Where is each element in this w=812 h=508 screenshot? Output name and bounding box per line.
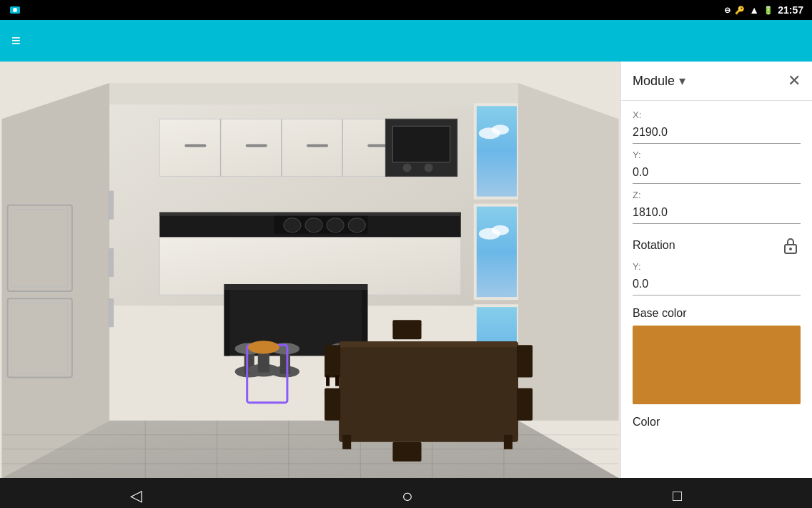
panel-body: X: Y: Z: Rotation xyxy=(621,101,812,478)
svg-rect-15 xyxy=(475,104,518,197)
svg-marker-14 xyxy=(109,83,518,104)
svg-point-86 xyxy=(789,248,792,250)
y-field-group: Y: xyxy=(633,150,801,184)
svg-rect-77 xyxy=(392,456,421,461)
recent-apps-button[interactable]: □ xyxy=(673,487,682,505)
rotation-section: Rotation Y: xyxy=(633,235,801,295)
kitchen-scene xyxy=(0,62,620,478)
svg-rect-73 xyxy=(517,389,533,397)
svg-rect-44 xyxy=(224,284,368,290)
svg-rect-82 xyxy=(108,191,114,220)
svg-rect-62 xyxy=(342,435,351,449)
bottom-nav: ◁ ○ □ xyxy=(0,478,812,508)
svg-rect-74 xyxy=(392,323,421,339)
svg-rect-71 xyxy=(517,345,533,353)
svg-rect-69 xyxy=(325,389,340,397)
color-label: Color xyxy=(633,416,801,429)
svg-point-19 xyxy=(492,124,509,135)
base-color-label: Base color xyxy=(633,307,801,320)
color-section: Color xyxy=(633,416,801,429)
svg-rect-65 xyxy=(325,345,340,353)
close-button[interactable]: ✕ xyxy=(788,73,801,89)
battery-icon: 🔋 xyxy=(763,6,773,15)
key-icon: 🔑 xyxy=(735,6,745,15)
svg-point-42 xyxy=(348,218,365,233)
lock-button[interactable] xyxy=(781,235,801,255)
side-panel: Module ▾ ✕ X: Y: Z: xyxy=(620,62,812,478)
rotation-y-field-group: Y: xyxy=(633,261,801,295)
status-bar-right: ⊖ 🔑 ▲ 🔋 21:57 xyxy=(724,4,803,16)
y-input[interactable] xyxy=(633,162,801,184)
rotation-header: Rotation xyxy=(633,235,801,255)
dropdown-arrow[interactable]: ▾ xyxy=(679,73,685,89)
status-bar-left xyxy=(9,5,21,15)
svg-marker-22 xyxy=(518,83,618,421)
toolbar: ≡ xyxy=(0,20,812,62)
back-button[interactable]: ◁ xyxy=(130,487,142,505)
svg-point-1 xyxy=(13,8,17,12)
svg-rect-76 xyxy=(392,442,421,458)
z-input[interactable] xyxy=(633,202,801,224)
svg-rect-36 xyxy=(159,213,460,216)
svg-rect-16 xyxy=(475,205,518,298)
x-label: X: xyxy=(633,109,801,120)
wifi-icon: ▲ xyxy=(749,4,759,16)
base-color-section: Base color xyxy=(633,307,801,404)
svg-rect-32 xyxy=(392,126,450,162)
svg-rect-63 xyxy=(504,435,513,449)
main-content: Module ▾ ✕ X: Y: Z: xyxy=(0,62,812,478)
svg-point-21 xyxy=(492,225,509,235)
svg-point-34 xyxy=(425,163,433,172)
color-swatch[interactable] xyxy=(633,326,801,404)
android-icon xyxy=(9,5,21,15)
rotation-label: Rotation xyxy=(633,239,675,252)
svg-point-41 xyxy=(327,218,344,233)
svg-rect-83 xyxy=(108,248,114,277)
svg-rect-60 xyxy=(339,341,518,441)
svg-rect-27 xyxy=(184,144,206,147)
svg-rect-67 xyxy=(335,376,339,386)
x-field-group: X: xyxy=(633,109,801,144)
lock-icon xyxy=(783,237,798,254)
z-field-group: Z: xyxy=(633,190,801,224)
svg-point-59 xyxy=(248,341,279,353)
panel-header: Module ▾ ✕ xyxy=(621,62,812,101)
svg-rect-66 xyxy=(326,376,330,386)
panel-title: Module xyxy=(633,74,675,89)
svg-rect-29 xyxy=(307,144,328,147)
scene-view xyxy=(0,62,620,478)
panel-title-row: Module ▾ xyxy=(633,73,685,89)
svg-rect-84 xyxy=(108,298,114,327)
x-input[interactable] xyxy=(633,122,801,144)
svg-rect-75 xyxy=(392,320,421,326)
rotation-y-label: Y: xyxy=(633,261,801,272)
svg-point-33 xyxy=(402,163,411,172)
z-label: Z: xyxy=(633,190,801,200)
svg-rect-28 xyxy=(246,144,267,147)
svg-marker-3 xyxy=(2,83,110,478)
svg-point-40 xyxy=(305,218,322,233)
block-icon: ⊖ xyxy=(724,6,731,15)
clock: 21:57 xyxy=(778,4,803,16)
status-bar: ⊖ 🔑 ▲ 🔋 21:57 xyxy=(0,0,812,20)
y-label: Y: xyxy=(633,150,801,160)
svg-point-39 xyxy=(284,218,301,233)
svg-rect-61 xyxy=(339,341,518,347)
svg-rect-45 xyxy=(224,290,230,356)
menu-button[interactable]: ≡ xyxy=(11,31,21,50)
rotation-y-input[interactable] xyxy=(633,273,801,295)
home-button[interactable]: ○ xyxy=(402,485,413,507)
